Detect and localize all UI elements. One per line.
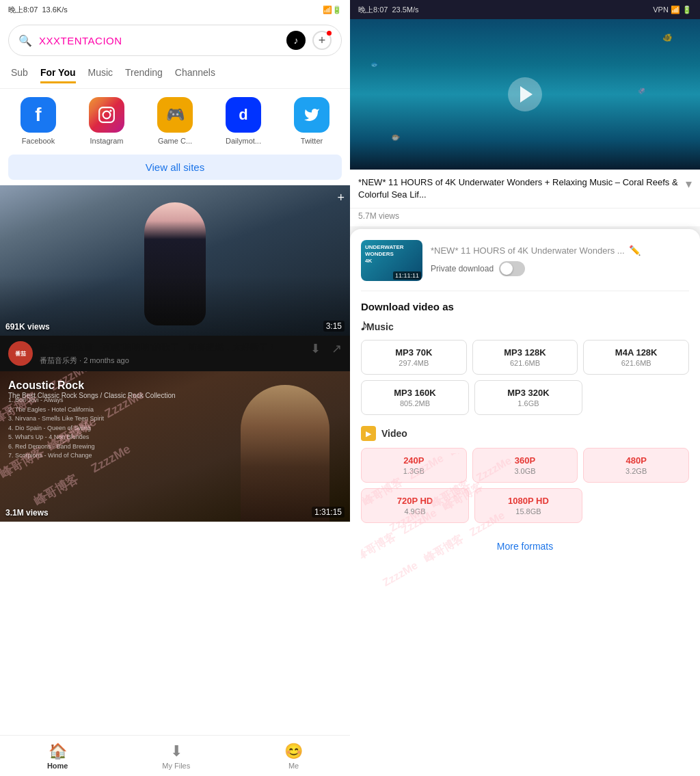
format-mp3-70k[interactable]: MP3 70K 297.4MB xyxy=(361,340,467,375)
music-format-grid-2: MP3 160K 805.2MB MP3 320K 1.6GB xyxy=(361,380,582,415)
facebook-icon: f xyxy=(21,97,56,133)
dl-thumb-duration: 11:11:11 xyxy=(393,271,421,280)
tab-channels[interactable]: Channels xyxy=(175,67,215,83)
tab-trending[interactable]: Trending xyxy=(125,67,163,83)
search-right-icons: ♪ + xyxy=(286,31,332,50)
format-360p[interactable]: 360P 3.0GB xyxy=(472,448,578,483)
music-tracklist: 1. Bon Jovi - Always 2. The Eagles - Hot… xyxy=(8,396,104,461)
tiktok-icon[interactable]: ♪ xyxy=(286,31,306,50)
nav-myfiles[interactable]: ⬇ My Files xyxy=(162,742,190,770)
720p-name: 720P HD xyxy=(367,496,463,506)
tab-music[interactable]: Music xyxy=(88,67,113,83)
chevron-down-icon[interactable]: ▾ xyxy=(686,176,692,191)
files-icon: ⬇ xyxy=(170,742,183,760)
site-dailymotion[interactable]: d Dailymot... xyxy=(219,97,268,145)
480p-size: 3.2GB xyxy=(589,467,683,475)
720p-size: 4.9GB xyxy=(367,507,463,516)
download-icon[interactable]: ⬇ xyxy=(310,341,321,356)
format-m4a-128k[interactable]: M4A 128K 621.6MB xyxy=(583,340,689,375)
add-button[interactable]: + xyxy=(312,31,332,50)
search-icon: 🔍 xyxy=(18,34,32,47)
video-title: *NEW* 11 HOURS of 4K Underwater Wonders … xyxy=(358,176,680,201)
video-play-icon: ▶ xyxy=(361,426,376,441)
speed-left: 13.6K/s xyxy=(42,5,67,14)
private-row: Private download xyxy=(431,261,689,276)
mp3-320k-size: 1.6GB xyxy=(481,399,576,407)
site-gamec[interactable]: 🎮 Game C... xyxy=(150,97,200,145)
mp3-128k-name: MP3 128K xyxy=(479,347,572,358)
more-formats-button[interactable]: More formats xyxy=(361,534,689,559)
time-right: 晚上8:07 xyxy=(358,5,388,15)
video1-plus[interactable]: + xyxy=(337,191,345,205)
play-button[interactable] xyxy=(508,77,542,111)
video-label-text: Video xyxy=(381,428,407,439)
views-count: 5.7M views xyxy=(350,209,700,226)
video1-info: 番茄 终于找到这首一直喊"呐呐呐"的歌了，前奏超燃，太好听了！ 番茄音乐秀 · … xyxy=(0,336,350,371)
twitter-label: Twitter xyxy=(301,137,323,145)
site-instagram[interactable]: Instagram xyxy=(82,97,131,145)
format-240p[interactable]: 240P 1.3GB xyxy=(361,448,467,483)
video-format-grid: 240P 1.3GB 360P 3.0GB 480P 3.2GB xyxy=(361,448,689,483)
sites-row: f Facebook Instagram 🎮 Game C... d Daily… xyxy=(0,89,350,153)
site-twitter[interactable]: Twitter xyxy=(287,97,336,145)
status-icons-right: VPN 📶 🔋 xyxy=(653,5,692,14)
format-mp3-160k[interactable]: MP3 160K 805.2MB xyxy=(361,380,469,415)
dailymotion-label: Dailymot... xyxy=(226,137,261,145)
music-format-label: 𝅘𝅥𝅮 Music xyxy=(361,321,689,333)
video1-meta: 终于找到这首一直喊"呐呐呐"的歌了，前奏超燃，太好听了！ 番茄音乐秀 · 2 m… xyxy=(40,341,304,366)
format-1080p[interactable]: 1080P HD 15.8GB xyxy=(474,488,582,523)
format-720p[interactable]: 720P HD 4.9GB xyxy=(361,488,469,523)
video-format-grid-2: 720P HD 4.9GB 1080P HD 15.8GB xyxy=(361,488,582,523)
video1-duration: 3:15 xyxy=(323,321,345,332)
tab-for-you[interactable]: For You xyxy=(40,67,76,83)
private-toggle[interactable] xyxy=(499,261,525,276)
mp3-70k-size: 297.4MB xyxy=(367,359,461,367)
mp3-320k-name: MP3 320K xyxy=(481,388,576,398)
twitter-icon xyxy=(294,97,329,133)
video-player[interactable]: 🐠 🐟 🐡 🦑 xyxy=(350,19,700,170)
section-title: Download video as xyxy=(361,301,689,312)
svg-point-1 xyxy=(103,111,111,119)
private-label: Private download xyxy=(431,264,494,273)
dl-thumbnail: UNDERWATERWONDERS4K 11:11:11 xyxy=(361,240,422,281)
music-format-section: 𝅘𝅥𝅮 Music MP3 70K 297.4MB MP3 128K 621.6… xyxy=(361,321,689,415)
video1-views: 691K views xyxy=(5,322,50,332)
search-bar[interactable]: 🔍 XXXTENTACION ♪ + xyxy=(8,25,342,56)
format-480p[interactable]: 480P 3.2GB xyxy=(583,448,689,483)
video-thumb-2[interactable]: Acoustic Rock The Best Classic Rock Song… xyxy=(0,371,350,522)
tabs-row: Sub For You Music Trending Channels xyxy=(0,62,350,89)
nav-me[interactable]: 😊 Me xyxy=(284,742,303,770)
m4a-128k-name: M4A 128K xyxy=(589,347,683,358)
left-panel: 晚上8:07 13.6K/s 📶🔋 🔍 XXXTENTACION ♪ + Sub… xyxy=(0,0,350,776)
instagram-label: Instagram xyxy=(90,137,124,145)
site-facebook[interactable]: f Facebook xyxy=(14,97,63,145)
tab-sub[interactable]: Sub xyxy=(11,67,28,83)
dailymotion-icon: d xyxy=(226,97,261,133)
home-icon: 🏠 xyxy=(49,742,67,760)
video-title-row: *NEW* 11 HOURS of 4K Underwater Wonders … xyxy=(350,170,700,209)
edit-icon[interactable]: ✏️ xyxy=(629,245,641,256)
gamec-icon: 🎮 xyxy=(157,97,193,133)
video-thumb-1[interactable]: 691K views 3:15 + xyxy=(0,185,350,336)
1080p-size: 15.8GB xyxy=(481,507,576,516)
dl-video-title: *NEW* 11 HOURS of 4K Underwater Wonders … xyxy=(431,245,625,257)
mp3-160k-size: 805.2MB xyxy=(367,399,463,407)
nav-home[interactable]: 🏠 Home xyxy=(47,742,68,770)
240p-name: 240P xyxy=(367,455,461,466)
video1-actions: ⬇ ↗ xyxy=(310,341,342,356)
download-thumb-row: UNDERWATERWONDERS4K 11:11:11 *NEW* 11 HO… xyxy=(361,240,689,291)
download-panel: UNDERWATERWONDERS4K 11:11:11 *NEW* 11 HO… xyxy=(350,229,700,776)
share-icon[interactable]: ↗ xyxy=(332,341,342,356)
video2-duration: 1:31:15 xyxy=(312,507,345,518)
dl-info: *NEW* 11 HOURS of 4K Underwater Wonders … xyxy=(431,245,689,276)
format-mp3-128k[interactable]: MP3 128K 621.6MB xyxy=(472,340,578,375)
search-input[interactable]: XXXTENTACION xyxy=(39,35,280,46)
1080p-name: 1080P HD xyxy=(481,496,576,506)
view-all-sites-button[interactable]: View all sites xyxy=(8,155,342,180)
status-bar-right: 晚上8:07 23.5M/s VPN 📶 🔋 xyxy=(350,0,700,19)
nav-home-label: Home xyxy=(47,762,68,770)
format-mp3-320k[interactable]: MP3 320K 1.6GB xyxy=(474,380,582,415)
play-triangle xyxy=(520,86,533,103)
mp3-128k-size: 621.6MB xyxy=(479,359,572,367)
right-panel: 晚上8:07 23.5M/s VPN 📶 🔋 🐠 🐟 🐡 🦑 *NEW* 11 … xyxy=(350,0,700,776)
